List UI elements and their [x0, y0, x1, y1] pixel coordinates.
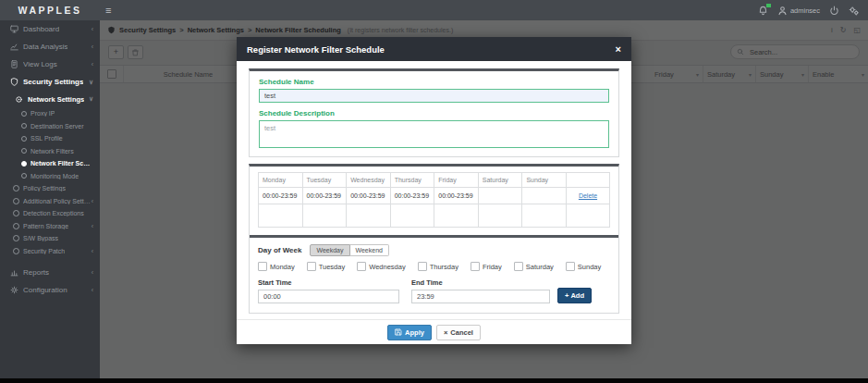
- day-checkbox-label: Friday: [483, 263, 502, 271]
- sidebar-item-network-settings[interactable]: Network Settings∨: [0, 91, 100, 107]
- settings-gears-icon[interactable]: [849, 6, 859, 16]
- sidebar-item-label: View Logs: [23, 60, 57, 68]
- power-icon[interactable]: [829, 6, 839, 16]
- notifications-button[interactable]: [758, 6, 768, 16]
- week-table-action-cell: [567, 204, 610, 228]
- gear-icon: [8, 286, 19, 294]
- sidebar-item-destination-server[interactable]: Destination Server: [0, 120, 100, 133]
- delete-row-link[interactable]: Delete: [579, 192, 597, 199]
- plus-icon: +: [565, 291, 568, 300]
- day-checkbox-label: Wednesday: [369, 263, 405, 271]
- register-schedule-modal: Register Network Filter Schedule × Sched…: [237, 37, 631, 344]
- week-table-cell: 00:00-23:59: [434, 188, 479, 204]
- sidebar-item-additional-policy-settings[interactable]: Additional Policy Settings‹: [0, 195, 100, 208]
- close-icon[interactable]: ×: [616, 44, 621, 55]
- week-table-cell: [478, 188, 522, 204]
- checkbox-icon[interactable]: [258, 262, 267, 271]
- day-checkbox-thursday[interactable]: Thursday: [418, 262, 458, 271]
- day-checkbox-label: Sunday: [578, 263, 601, 271]
- start-time-input[interactable]: [258, 290, 399, 303]
- wapples-admin-screen: WAPPLES ≡ adminsec: [0, 0, 868, 383]
- bars-icon: [8, 268, 19, 277]
- day-checkbox-monday[interactable]: Monday: [258, 262, 295, 271]
- bullet-icon: [21, 136, 27, 142]
- sidebar-item-label: Proxy IP: [31, 110, 55, 117]
- sidebar-item-label: Reports: [23, 268, 49, 277]
- week-table-cell: [434, 204, 479, 228]
- week-table-cell: [390, 204, 434, 228]
- schedule-name-input[interactable]: [259, 89, 609, 103]
- sidebar-nav: Dashboard‹Data Analysis‹View Logs‹Securi…: [0, 20, 100, 378]
- day-of-week-form: Day of Week Weekday Weekend MondayTuesda…: [250, 235, 618, 313]
- checkbox-icon[interactable]: [307, 262, 316, 271]
- sidebar-item-ssl-profile[interactable]: SSL Profile: [0, 132, 100, 145]
- sidebar-item-label: Dashboard: [23, 25, 59, 33]
- person-icon: [777, 6, 788, 16]
- bullet-icon: [21, 148, 27, 154]
- sidebar-item-configuration[interactable]: Configuration‹: [0, 281, 100, 299]
- sidebar-item-monitoring-mode[interactable]: Monitoring Mode: [0, 170, 100, 183]
- week-table-cell: [302, 204, 347, 228]
- checkbox-icon[interactable]: [566, 262, 575, 271]
- bullet-icon: [13, 210, 19, 216]
- add-time-button[interactable]: + Add: [557, 288, 592, 303]
- checkbox-icon[interactable]: [357, 262, 366, 271]
- start-time-group: Start Time: [258, 278, 399, 303]
- day-checkbox-friday[interactable]: Friday: [471, 262, 502, 271]
- app-logo: WAPPLES: [0, 5, 100, 16]
- chevron-left-icon: ‹: [92, 287, 93, 293]
- topbar-right: adminsec: [758, 6, 868, 16]
- day-checkbox-wednesday[interactable]: Wednesday: [357, 262, 405, 271]
- sidebar-item-pattern-storage[interactable]: Pattern Storage‹: [0, 220, 100, 233]
- sidebar-item-view-logs[interactable]: View Logs‹: [0, 56, 100, 73]
- sidebar-item-label: Security Settings: [23, 78, 83, 86]
- sidebar-item-label: Security Patch: [23, 248, 65, 254]
- checkbox-icon[interactable]: [418, 262, 427, 271]
- bullet-icon: [13, 248, 19, 254]
- sidebar-item-label: Monitoring Mode: [31, 173, 79, 179]
- day-checkbox-label: Tuesday: [319, 263, 346, 271]
- user-menu[interactable]: adminsec: [777, 6, 820, 16]
- apply-button[interactable]: Apply: [387, 325, 432, 340]
- sidebar-item-policy-settings[interactable]: Policy Settings: [0, 182, 100, 195]
- sidebar-item-data-analysis[interactable]: Data Analysis‹: [0, 38, 100, 56]
- topbar: WAPPLES ≡ adminsec: [0, 0, 868, 20]
- cancel-button[interactable]: × Cancel: [436, 325, 481, 340]
- time-range-row: Start Time End Time + Add: [258, 278, 610, 303]
- week-table-cell: 00:00-23:59: [390, 188, 434, 204]
- day-checkbox-tuesday[interactable]: Tuesday: [307, 262, 346, 271]
- sidebar-item-dashboard[interactable]: Dashboard‹: [0, 20, 100, 38]
- bullet-icon: [13, 235, 19, 241]
- bullet-icon: [13, 223, 19, 229]
- week-table-cell: [347, 204, 391, 228]
- checkbox-icon[interactable]: [471, 262, 480, 271]
- chevron-left-icon: ‹: [92, 269, 93, 276]
- sidebar-item-proxy-ip[interactable]: Proxy IP: [0, 107, 100, 120]
- sidebar-item-label: Network Filter Scheduling: [31, 160, 93, 167]
- sidebar-item-security-patch[interactable]: Security Patch‹: [0, 245, 100, 258]
- end-time-label: End Time: [411, 278, 550, 287]
- sidebar-item-security-settings[interactable]: Security Settings∨: [0, 73, 100, 91]
- sidebar-item-detection-exceptions[interactable]: Detection Exceptions: [0, 207, 100, 220]
- sidebar-item-network-filter-scheduling[interactable]: Network Filter Scheduling: [0, 157, 100, 170]
- chevron-left-icon: ‹: [92, 43, 93, 50]
- week-table-header: Wednesday: [347, 173, 391, 188]
- hamburger-menu-icon[interactable]: ≡: [105, 6, 111, 16]
- week-table-row: [259, 204, 610, 228]
- username: adminsec: [790, 6, 820, 15]
- week-table-cell: [522, 188, 567, 204]
- sidebar-item-s-w-bypass[interactable]: S/W Bypass: [0, 232, 100, 245]
- bullet-icon: [21, 111, 27, 117]
- sidebar-item-network-filters[interactable]: Network Filters: [0, 145, 100, 158]
- day-checkbox-saturday[interactable]: Saturday: [514, 262, 554, 271]
- modal-footer: Apply × Cancel: [237, 319, 631, 344]
- day-checkbox-sunday[interactable]: Sunday: [566, 262, 601, 271]
- weekday-button[interactable]: Weekday: [310, 244, 349, 256]
- weekend-button[interactable]: Weekend: [350, 244, 389, 256]
- week-table-cell: [522, 204, 567, 228]
- sidebar-item-reports[interactable]: Reports‹: [0, 264, 100, 281]
- end-time-input[interactable]: [411, 290, 550, 303]
- checkbox-icon[interactable]: [514, 262, 523, 271]
- schedule-description-input[interactable]: test: [259, 120, 609, 148]
- target-icon: [13, 95, 24, 104]
